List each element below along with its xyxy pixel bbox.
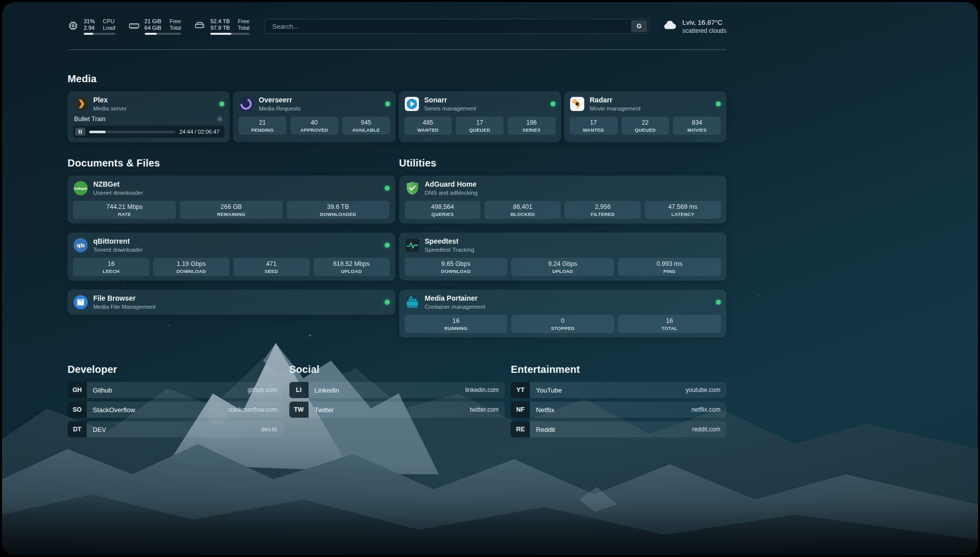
bookmarks-row: DeveloperGHGithubgithub.comSOStackOverfl… xyxy=(68,364,726,441)
stat-tile: 47.569 msLATENCY xyxy=(645,201,721,219)
stat-tile: 498,564QUERIES xyxy=(405,201,481,219)
utilities-cards-col: AdGuard HomeDNS and adblocking498,564QUE… xyxy=(399,176,727,338)
stat-tile: 1.19 GbpsDOWNLOAD xyxy=(153,258,229,276)
search-provider-button[interactable]: G xyxy=(631,20,647,32)
search-bar[interactable]: G xyxy=(265,19,649,34)
stat-tile: 744.21 MbpsRATE xyxy=(73,201,176,219)
service-info: OverseerrMedia Requests xyxy=(259,96,300,112)
disk-label-2: Total xyxy=(238,25,250,31)
cpu-progress-bar xyxy=(84,33,115,35)
bookmark-abbr: YT xyxy=(511,382,530,398)
bookmark-url: github.com xyxy=(248,386,283,394)
stat-value: 471 xyxy=(234,260,309,268)
stat-value: 17 xyxy=(457,119,503,127)
service-stats: 744.21 MbpsRATE266 GBREMAINING39.6 TBDOW… xyxy=(73,201,390,219)
bookmark-link-linkedin[interactable]: LILinkedInlinkedin.com xyxy=(289,382,505,398)
service-card-filebrowser[interactable]: File BrowserMedia File Management xyxy=(68,290,395,315)
bookmark-abbr: NF xyxy=(511,402,530,418)
bookmark-name: Reddit xyxy=(530,426,692,433)
bookmark-link-reddit[interactable]: RERedditreddit.com xyxy=(511,421,726,437)
topbar-divider xyxy=(68,49,726,50)
stat-value: 485 xyxy=(405,119,451,127)
radarr-icon xyxy=(570,96,585,112)
settings-gear-icon[interactable] xyxy=(216,116,223,123)
pause-button[interactable] xyxy=(75,128,85,136)
stat-tile: 0STOPPED xyxy=(511,315,614,333)
stat-tile: 196SERIES xyxy=(508,117,556,135)
stat-label: UPLOAD xyxy=(315,268,389,274)
stat-tile: 86,401BLOCKED xyxy=(484,201,561,219)
cpu-label-1: CPU xyxy=(103,18,115,25)
portainer-icon xyxy=(405,295,420,310)
documents-section-title: Documents & Files xyxy=(68,157,395,169)
stat-value: 2,956 xyxy=(566,203,640,211)
stat-value: 17 xyxy=(571,119,617,127)
bookmark-link-dev[interactable]: DTDEVdev.to xyxy=(68,421,283,437)
service-card-adguard[interactable]: AdGuard HomeDNS and adblocking498,564QUE… xyxy=(399,176,727,224)
ram-label-1: Free xyxy=(169,18,181,25)
service-description: Container management xyxy=(425,303,485,310)
now-playing-title: Bullet Train xyxy=(74,116,106,123)
stat-label: REMAINING xyxy=(181,211,282,217)
cpu-load: 2.94 xyxy=(84,25,95,31)
stat-value: 498,564 xyxy=(406,203,480,211)
service-card-header: PlexMedia server xyxy=(73,96,224,112)
service-description: Speedtest Tracking xyxy=(425,246,474,253)
stat-tile: 17QUEUED xyxy=(456,117,504,135)
bookmark-link-github[interactable]: GHGithubgithub.com xyxy=(68,382,283,398)
service-card-radarr[interactable]: RadarrMovie management17WANTED22QUEUED83… xyxy=(564,91,726,142)
sonarr-icon xyxy=(404,96,419,112)
stat-label: STOPPED xyxy=(512,325,613,331)
playback-progress-bar xyxy=(89,131,175,133)
stat-tile: 834MOVIES xyxy=(673,117,721,135)
service-stats: 21PENDING40APPROVED945AVAILABLE xyxy=(238,117,390,135)
filebrowser-icon xyxy=(73,295,88,310)
service-name: Media Portainer xyxy=(425,294,485,303)
stat-label: QUEUED xyxy=(623,127,668,133)
bookmark-abbr: TW xyxy=(289,402,309,418)
bookmark-link-twitter[interactable]: TWTwittertwitter.com xyxy=(289,402,505,418)
stat-tile: 22QUEUED xyxy=(622,117,669,135)
status-dot xyxy=(219,101,224,106)
bookmark-name: LinkedIn xyxy=(309,386,465,394)
stat-tile: 9.24 GbpsUPLOAD xyxy=(511,258,614,276)
bookmark-url: twitter.com xyxy=(470,406,505,413)
service-card-portainer[interactable]: Media PortainerContainer management16RUN… xyxy=(399,290,727,338)
stat-label: TOTAL xyxy=(619,325,720,331)
service-card-overseerr[interactable]: OverseerrMedia Requests21PENDING40APPROV… xyxy=(233,91,395,142)
cpu-percent: 31% xyxy=(84,18,95,25)
stat-value: 9.24 Gbps xyxy=(512,260,613,268)
bookmark-link-stackoverflow[interactable]: SOStackOverflowstackoverflow.com xyxy=(68,402,283,418)
stat-tile: 21PENDING xyxy=(238,117,286,135)
stat-label: WANTED xyxy=(571,127,617,133)
bookmark-link-netflix[interactable]: NFNetflixnetflix.com xyxy=(511,402,726,418)
player-title-row: Bullet Train xyxy=(73,116,224,123)
qbittorrent-icon: qb xyxy=(73,238,88,253)
service-card-nzbget[interactable]: nzbgetNZBGetUsenet downloader744.21 Mbps… xyxy=(68,176,395,224)
service-name: Overseerr xyxy=(259,96,300,104)
stat-tile: 2,956FILTERED xyxy=(565,201,641,219)
svg-text:qb: qb xyxy=(77,242,85,249)
service-card-plex[interactable]: PlexMedia serverBullet Train24:44 / 02:0… xyxy=(68,91,230,142)
service-name: Sonarr xyxy=(424,96,476,104)
stat-label: PENDING xyxy=(239,127,285,133)
service-card-sonarr[interactable]: SonarrSeries management485WANTED17QUEUED… xyxy=(399,91,561,142)
service-card-speedtest[interactable]: SpeedtestSpeedtest Tracking9.65 GbpsDOWN… xyxy=(399,233,727,281)
service-stats: 16RUNNING0STOPPED16TOTAL xyxy=(405,315,721,333)
status-dot xyxy=(716,300,721,305)
service-card-qbittorrent[interactable]: qbqBittorrentTorrent downloader16LEECH1.… xyxy=(68,233,395,281)
service-stats: 16LEECH1.19 GbpsDOWNLOAD471SEED618.52 Mb… xyxy=(73,258,390,276)
service-card-header: qbqBittorrentTorrent downloader xyxy=(73,237,390,253)
player-progress-row: 24:44 / 02:06:47 xyxy=(73,126,224,138)
bookmark-url: netflix.com xyxy=(692,406,726,413)
status-dot xyxy=(716,101,721,106)
bookmark-link-youtube[interactable]: YTYouTubeyoutube.com xyxy=(511,382,726,398)
section-media: Media PlexMedia serverBullet Train24:44 … xyxy=(68,73,726,142)
status-dot xyxy=(385,101,390,106)
bookmark-abbr: GH xyxy=(68,382,87,398)
search-input[interactable] xyxy=(271,22,631,31)
stat-value: 16 xyxy=(74,260,148,268)
stat-value: 16 xyxy=(619,317,720,325)
disk-free: 52.4 TB xyxy=(210,18,229,25)
service-card-header: nzbgetNZBGetUsenet downloader xyxy=(73,180,390,196)
